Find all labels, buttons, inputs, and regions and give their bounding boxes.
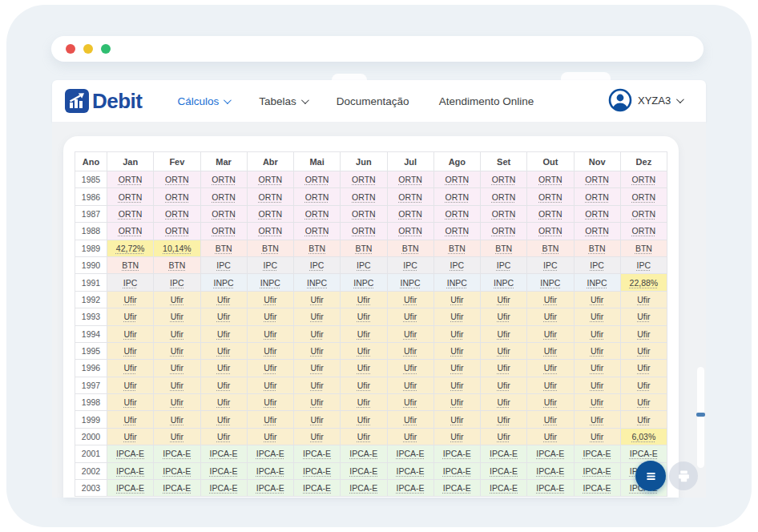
index-link[interactable]: INPC — [401, 278, 421, 288]
index-link[interactable]: IPCA-E — [163, 466, 191, 476]
index-link[interactable]: Ufir — [497, 363, 510, 373]
index-link[interactable]: Ufir — [264, 432, 276, 441]
index-link[interactable]: ORTN — [305, 226, 329, 236]
index-link[interactable]: ORTN — [585, 209, 609, 219]
index-link[interactable]: IPCA-E — [256, 466, 284, 476]
index-link[interactable]: Ufir — [310, 363, 323, 373]
index-link[interactable]: IPC — [123, 278, 138, 288]
index-link[interactable]: Ufir — [123, 432, 136, 441]
index-link[interactable]: IPCA-E — [303, 483, 331, 493]
index-link[interactable]: Ufir — [310, 381, 323, 390]
index-link[interactable]: Ufir — [591, 295, 603, 304]
index-link[interactable]: IPC — [310, 260, 325, 270]
index-link[interactable]: Ufir — [217, 381, 230, 390]
index-link[interactable]: BTN — [402, 244, 419, 253]
scrollbar-thumb[interactable] — [696, 413, 705, 417]
index-link[interactable]: ORTN — [632, 226, 656, 236]
index-link[interactable]: Ufir — [497, 295, 510, 304]
index-link[interactable]: Ufir — [450, 415, 463, 425]
index-link[interactable]: Ufir — [171, 415, 183, 425]
index-link[interactable]: ORTN — [165, 226, 189, 236]
index-link[interactable]: Ufir — [591, 415, 603, 425]
index-link[interactable]: ORTN — [352, 175, 376, 184]
index-link[interactable]: Ufir — [123, 329, 136, 339]
index-link[interactable]: ORTN — [446, 226, 470, 236]
index-link[interactable]: Ufir — [357, 432, 370, 441]
index-link[interactable]: INPC — [260, 278, 280, 288]
index-link[interactable]: Ufir — [591, 346, 603, 356]
index-link[interactable]: IPCA-E — [303, 466, 331, 476]
index-link[interactable]: ORTN — [259, 226, 283, 236]
index-link[interactable]: ORTN — [632, 209, 656, 219]
index-link[interactable]: IPC — [403, 260, 417, 270]
index-link[interactable]: Ufir — [264, 329, 276, 339]
index-link[interactable]: Ufir — [637, 363, 650, 373]
index-link[interactable]: INPC — [540, 278, 560, 288]
index-link[interactable]: INPC — [587, 278, 607, 288]
scrollbar-track[interactable] — [697, 367, 704, 468]
index-link[interactable]: IPCA-E — [443, 449, 471, 458]
index-link[interactable]: Ufir — [450, 346, 463, 356]
index-link[interactable]: IPCA-E — [536, 483, 564, 493]
index-link[interactable]: IPCA-E — [397, 466, 425, 476]
index-link[interactable]: ORTN — [212, 226, 236, 236]
index-link[interactable]: ORTN — [119, 226, 143, 236]
index-link[interactable]: ORTN — [446, 209, 470, 219]
traffic-light-minimize-button[interactable] — [83, 44, 93, 54]
index-link[interactable]: ORTN — [492, 175, 516, 184]
index-link[interactable]: Ufir — [171, 432, 183, 441]
traffic-light-close-button[interactable] — [66, 44, 75, 54]
index-link[interactable]: Ufir — [217, 295, 230, 304]
index-link[interactable]: Ufir — [171, 381, 183, 390]
index-link[interactable]: Ufir — [637, 381, 650, 390]
index-link[interactable]: Ufir — [123, 397, 136, 407]
index-link[interactable]: IPCA-E — [210, 449, 238, 458]
index-link[interactable]: ORTN — [305, 175, 329, 184]
index-link[interactable]: Ufir — [404, 432, 417, 441]
index-link[interactable]: IPCA-E — [583, 483, 611, 493]
index-link[interactable]: Ufir — [264, 312, 276, 321]
index-link[interactable]: ORTN — [352, 226, 376, 236]
index-link[interactable]: IPCA-E — [490, 449, 518, 458]
index-link[interactable]: Ufir — [357, 329, 370, 339]
index-link[interactable]: Ufir — [497, 381, 510, 390]
index-link[interactable]: ORTN — [212, 175, 236, 184]
index-link[interactable]: 42,72% — [116, 244, 145, 253]
index-link[interactable]: IPCA-E — [116, 483, 144, 493]
index-link[interactable]: Ufir — [217, 415, 230, 425]
index-link[interactable]: Ufir — [637, 397, 650, 407]
index-link[interactable]: Ufir — [637, 312, 650, 321]
index-link[interactable]: Ufir — [171, 312, 183, 321]
index-link[interactable]: ORTN — [119, 209, 143, 219]
index-link[interactable]: BTN — [122, 260, 139, 270]
brand-logo[interactable]: Debit — [65, 89, 143, 114]
index-link[interactable]: BTN — [308, 244, 325, 253]
index-link[interactable]: Ufir — [171, 295, 183, 304]
index-link[interactable]: Ufir — [591, 432, 603, 441]
index-link[interactable]: IPC — [170, 278, 184, 288]
index-link[interactable]: Ufir — [450, 329, 463, 339]
index-link[interactable]: ORTN — [352, 209, 376, 219]
index-link[interactable]: 6,03% — [631, 432, 655, 441]
index-link[interactable]: Ufir — [217, 363, 230, 373]
index-link[interactable]: Ufir — [123, 346, 136, 356]
index-link[interactable]: Ufir — [544, 312, 557, 321]
index-link[interactable]: Ufir — [357, 397, 370, 407]
index-link[interactable]: ORTN — [398, 209, 422, 219]
index-link[interactable]: BTN — [589, 244, 606, 253]
index-link[interactable]: IPCA-E — [397, 449, 425, 458]
index-link[interactable]: ORTN — [632, 175, 656, 184]
index-link[interactable]: Ufir — [544, 381, 557, 390]
nav-item-tabelas[interactable]: Tabelas — [259, 95, 307, 107]
index-link[interactable]: Ufir — [404, 415, 417, 425]
index-link[interactable]: Ufir — [497, 432, 510, 441]
index-link[interactable]: Ufir — [450, 432, 463, 441]
index-link[interactable]: ORTN — [585, 226, 609, 236]
index-link[interactable]: Ufir — [637, 346, 650, 356]
index-link[interactable]: ORTN — [538, 209, 562, 219]
index-link[interactable]: Ufir — [171, 329, 183, 339]
index-link[interactable]: IPC — [543, 260, 558, 270]
index-link[interactable]: ORTN — [212, 209, 236, 219]
index-link[interactable]: INPC — [307, 278, 327, 288]
index-link[interactable]: Ufir — [497, 312, 510, 321]
